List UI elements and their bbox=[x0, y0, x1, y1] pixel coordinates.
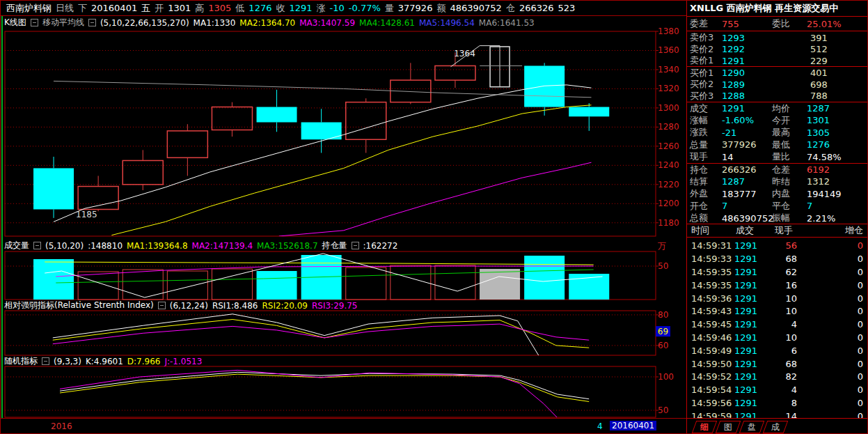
kdj-j-line bbox=[60, 370, 565, 425]
trade-price: 1291 bbox=[734, 411, 766, 419]
info-row: 总量377926最低1276 bbox=[687, 139, 868, 150]
info-value: 2.21% bbox=[807, 213, 868, 224]
info-row: 持仓266326仓差6192 bbox=[687, 164, 868, 176]
trade-row: 14:59:351291620 bbox=[687, 265, 868, 279]
trade-row: 14:59:521291820 bbox=[687, 370, 868, 383]
trade-lots: 56 bbox=[766, 240, 797, 251]
trade-row: 14:59:311291560 bbox=[687, 239, 868, 252]
weicha-value: 755 bbox=[722, 19, 772, 29]
info-label: 持仓 bbox=[690, 164, 722, 176]
trade-lots: 10 bbox=[766, 306, 797, 316]
trade-oi-change: 0 bbox=[797, 385, 863, 395]
trade-oi-change: 0 bbox=[797, 371, 863, 382]
panel-tab-label: 成 bbox=[771, 422, 780, 433]
trade-row: 14:59:45129140 bbox=[687, 318, 868, 331]
info-label: 仓差 bbox=[772, 164, 807, 176]
tape-col-price: 成交 bbox=[736, 224, 775, 237]
panel-tab-细[interactable]: 细 bbox=[692, 421, 718, 433]
trade-row: 14:59:49129160 bbox=[687, 344, 868, 357]
ask-row-price: 1291 bbox=[722, 56, 771, 66]
trade-oi-change: 0 bbox=[797, 306, 863, 316]
tape-col-oi-change: 增仓 bbox=[816, 224, 863, 237]
bid-row-price: 1290 bbox=[722, 68, 771, 78]
info-value: 7 bbox=[807, 201, 868, 211]
info-row: 现手14量比74.58% bbox=[687, 150, 868, 162]
tape-header: 时间 成交 现手 增仓 bbox=[687, 224, 868, 238]
trade-row: 14:59:431291100 bbox=[687, 304, 868, 318]
chart-canvas: 1380136013401320130012801260124012201200… bbox=[1, 1, 686, 434]
kline-axis-label: 1240 bbox=[658, 160, 679, 170]
info-label: 量比 bbox=[772, 150, 807, 163]
info-label: 均价 bbox=[772, 102, 807, 115]
info-row: 外盘183777内盘194149 bbox=[687, 187, 868, 199]
rsi-pane-border bbox=[5, 311, 656, 355]
rsi2-line bbox=[53, 320, 589, 348]
axis-day-label: 4 bbox=[597, 421, 603, 431]
candle bbox=[212, 102, 252, 137]
bid-row-label: 买价3 bbox=[690, 90, 722, 102]
info-label: 结算 bbox=[690, 176, 722, 188]
info-value: 7 bbox=[722, 201, 772, 211]
quote-title: XNLLG 西南炉料钢 再生资源交易中 bbox=[687, 1, 868, 17]
trade-time: 14:59:49 bbox=[691, 346, 734, 356]
stoch-axis-label: 50 bbox=[658, 405, 668, 415]
futures-trading-terminal: 西南炉料钢日线下20160401五开1301高1305低1276收1291涨-1… bbox=[0, 0, 868, 434]
trade-price: 1291 bbox=[734, 371, 766, 382]
ask-row-label: 卖价1 bbox=[690, 54, 722, 67]
info-value: 1301 bbox=[807, 115, 868, 125]
weibi-label: 委比 bbox=[772, 17, 807, 30]
rsi-badge-text: 69 bbox=[658, 327, 668, 336]
trade-lots: 8 bbox=[766, 398, 797, 408]
trade-time: 14:59:45 bbox=[691, 319, 734, 330]
trade-price: 1291 bbox=[734, 319, 766, 330]
kline-axis-label: 1320 bbox=[658, 84, 679, 93]
candle bbox=[390, 63, 431, 104]
info-label: 涨跌 bbox=[690, 126, 722, 139]
trade-lots: 10 bbox=[766, 332, 797, 343]
panel-tab-成[interactable]: 成 bbox=[763, 421, 789, 433]
volume-bar bbox=[390, 265, 431, 300]
bid-levels: 买价11290401买价21289698买价31288788 bbox=[687, 67, 868, 102]
trade-oi-change: 0 bbox=[797, 293, 863, 304]
trade-oi-change: 0 bbox=[797, 280, 863, 290]
ask-row-qty: 391 bbox=[810, 33, 868, 43]
panel-tab-图[interactable]: 图 bbox=[716, 421, 741, 433]
weicha-label: 委差 bbox=[690, 17, 722, 30]
info-row: 结算1287昨结1312 bbox=[687, 176, 868, 187]
trade-oi-change: 0 bbox=[797, 346, 863, 356]
trade-time: 14:59:50 bbox=[691, 359, 734, 369]
left-edge-highlight bbox=[1, 16, 3, 418]
trade-time: 14:59:33 bbox=[691, 254, 734, 264]
info-label: 涨幅 bbox=[690, 114, 722, 127]
trade-oi-change: 0 bbox=[797, 319, 863, 330]
axis-date-badge: 20160401 bbox=[610, 421, 656, 431]
info-label: 最高 bbox=[772, 126, 807, 139]
info-value: 1305 bbox=[807, 127, 868, 138]
time-axis: 2016 4 20160401 bbox=[1, 418, 686, 434]
volume-bar bbox=[167, 271, 207, 300]
kline-axis-label: 1300 bbox=[658, 103, 679, 113]
bid-row-price: 1289 bbox=[722, 79, 771, 90]
trade-row: 14:59:461291100 bbox=[687, 331, 868, 344]
trade-price: 1291 bbox=[734, 240, 766, 251]
trade-row: 14:59:56129180 bbox=[687, 396, 868, 410]
info-row: 涨跌-21最高1305 bbox=[687, 126, 868, 138]
trade-row: 14:59:591291140 bbox=[687, 410, 868, 419]
info-row: 涨幅-1.60%今开1301 bbox=[687, 114, 868, 126]
trade-lots: 14 bbox=[766, 411, 797, 419]
kdj-d-line bbox=[60, 374, 589, 401]
ask-row: 卖价21292512 bbox=[687, 43, 868, 55]
trade-lots: 10 bbox=[766, 293, 797, 304]
info-label: 今开 bbox=[772, 114, 807, 127]
trade-row: 14:59:361291100 bbox=[687, 292, 868, 305]
tape-list: 14:59:31129156014:59:33129168014:59:3512… bbox=[687, 238, 868, 419]
info-label: 外盘 bbox=[690, 187, 722, 200]
trade-lots: 4 bbox=[766, 319, 797, 330]
info-value: 266326 bbox=[722, 164, 772, 175]
trade-lots: 6 bbox=[766, 346, 797, 356]
trade-oi-change: 0 bbox=[797, 254, 863, 264]
panel-tab-盘[interactable]: 盘 bbox=[739, 421, 765, 433]
trade-price: 1291 bbox=[734, 280, 766, 290]
kline-axis-label: 1380 bbox=[658, 26, 679, 36]
volume-bar bbox=[346, 268, 386, 300]
